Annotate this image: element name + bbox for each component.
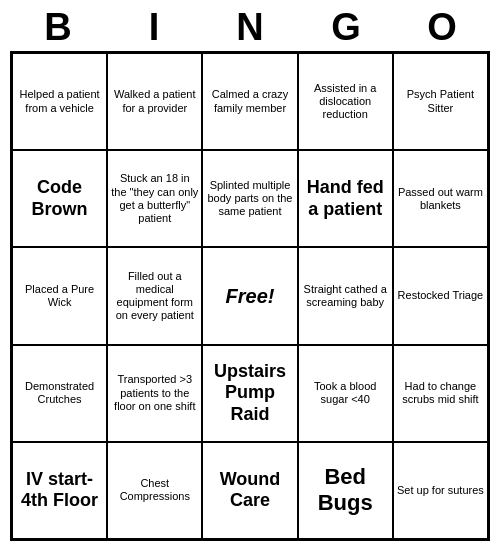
bingo-cell-7: Splinted multiple body parts on the same… (202, 150, 297, 247)
bingo-cell-3: Assisted in a dislocation reduction (298, 53, 393, 150)
bingo-cell-20: IV start- 4th Floor (12, 442, 107, 539)
letter-b: B (14, 6, 102, 49)
bingo-cell-4: Psych Patient Sitter (393, 53, 488, 150)
bingo-cell-11: Filled out a medical equipment form on e… (107, 247, 202, 344)
bingo-cell-5: Code Brown (12, 150, 107, 247)
bingo-cell-8: Hand fed a patient (298, 150, 393, 247)
bingo-cell-16: Transported >3 patients to the floor on … (107, 345, 202, 442)
bingo-grid: Helped a patient from a vehicleWalked a … (10, 51, 490, 541)
bingo-cell-2: Calmed a crazy family member (202, 53, 297, 150)
bingo-cell-12: Free! (202, 247, 297, 344)
bingo-cell-13: Straight cathed a screaming baby (298, 247, 393, 344)
bingo-cell-14: Restocked Triage (393, 247, 488, 344)
bingo-cell-9: Passed out warm blankets (393, 150, 488, 247)
bingo-cell-0: Helped a patient from a vehicle (12, 53, 107, 150)
bingo-cell-10: Placed a Pure Wick (12, 247, 107, 344)
letter-o: O (398, 6, 486, 49)
bingo-cell-18: Took a blood sugar <40 (298, 345, 393, 442)
bingo-cell-15: Demonstrated Crutches (12, 345, 107, 442)
letter-n: N (206, 6, 294, 49)
letter-g: G (302, 6, 390, 49)
bingo-cell-1: Walked a patient for a provider (107, 53, 202, 150)
letter-i: I (110, 6, 198, 49)
bingo-cell-21: Chest Compressions (107, 442, 202, 539)
bingo-cell-6: Stuck an 18 in the "they can only get a … (107, 150, 202, 247)
bingo-cell-24: Set up for sutures (393, 442, 488, 539)
bingo-title-row: B I N G O (10, 0, 490, 51)
bingo-cell-23: Bed Bugs (298, 442, 393, 539)
bingo-cell-22: Wound Care (202, 442, 297, 539)
bingo-cell-17: Upstairs Pump Raid (202, 345, 297, 442)
bingo-cell-19: Had to change scrubs mid shift (393, 345, 488, 442)
